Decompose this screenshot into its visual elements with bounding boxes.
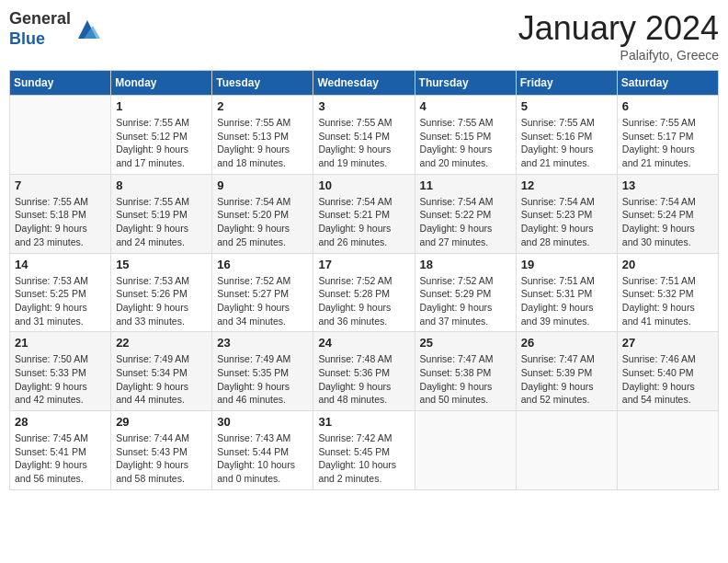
day-number: 21 [15, 336, 106, 350]
table-row: 31Sunrise: 7:42 AMSunset: 5:45 PMDayligh… [313, 411, 415, 490]
day-info: Sunrise: 7:52 AMSunset: 5:29 PMDaylight:… [420, 274, 511, 328]
table-row [516, 411, 617, 490]
header-wednesday: Wednesday [313, 71, 415, 96]
table-row: 1Sunrise: 7:55 AMSunset: 5:12 PMDaylight… [111, 96, 212, 175]
day-info: Sunrise: 7:49 AMSunset: 5:35 PMDaylight:… [217, 352, 308, 407]
day-info: Sunrise: 7:52 AMSunset: 5:27 PMDaylight:… [217, 274, 308, 328]
calendar-header: Sunday Monday Tuesday Wednesday Thursday… [10, 71, 719, 96]
logo-icon [74, 17, 100, 42]
header-tuesday: Tuesday [212, 71, 313, 96]
header-saturday: Saturday [617, 71, 718, 96]
table-row: 9Sunrise: 7:54 AMSunset: 5:20 PMDaylight… [212, 174, 313, 253]
table-row: 12Sunrise: 7:54 AMSunset: 5:23 PMDayligh… [516, 174, 617, 253]
day-number: 22 [116, 336, 207, 350]
table-row [10, 96, 111, 175]
day-number: 5 [521, 99, 612, 113]
day-number: 14 [15, 258, 106, 271]
day-number: 17 [318, 258, 409, 271]
table-row: 4Sunrise: 7:55 AMSunset: 5:15 PMDaylight… [415, 96, 516, 175]
day-number: 7 [15, 178, 106, 192]
day-info: Sunrise: 7:46 AMSunset: 5:40 PMDaylight:… [622, 352, 713, 407]
day-number: 27 [622, 336, 713, 350]
day-info: Sunrise: 7:55 AMSunset: 5:15 PMDaylight:… [420, 116, 511, 170]
day-number: 30 [217, 415, 308, 429]
day-number: 28 [15, 415, 106, 429]
table-row: 7Sunrise: 7:55 AMSunset: 5:18 PMDaylight… [10, 174, 111, 253]
day-info: Sunrise: 7:43 AMSunset: 5:44 PMDaylight:… [217, 431, 308, 486]
table-row: 8Sunrise: 7:55 AMSunset: 5:19 PMDaylight… [111, 174, 212, 253]
day-number: 18 [420, 258, 511, 271]
weekday-header-row: Sunday Monday Tuesday Wednesday Thursday… [10, 71, 719, 96]
logo: General Blue [9, 9, 100, 49]
table-row: 22Sunrise: 7:49 AMSunset: 5:34 PMDayligh… [111, 332, 212, 411]
day-number: 11 [420, 178, 511, 192]
day-info: Sunrise: 7:45 AMSunset: 5:41 PMDaylight:… [15, 431, 106, 486]
day-number: 10 [318, 178, 409, 192]
day-number: 31 [318, 415, 409, 429]
table-row: 2Sunrise: 7:55 AMSunset: 5:13 PMDaylight… [212, 96, 313, 175]
day-info: Sunrise: 7:54 AMSunset: 5:20 PMDaylight:… [217, 195, 308, 249]
calendar-table: Sunday Monday Tuesday Wednesday Thursday… [9, 70, 719, 490]
day-info: Sunrise: 7:53 AMSunset: 5:26 PMDaylight:… [116, 274, 207, 328]
day-number: 20 [622, 258, 713, 271]
day-info: Sunrise: 7:47 AMSunset: 5:39 PMDaylight:… [521, 352, 612, 407]
day-number: 8 [116, 178, 207, 192]
table-row: 17Sunrise: 7:52 AMSunset: 5:28 PMDayligh… [313, 253, 415, 332]
day-number: 9 [217, 178, 308, 192]
table-row: 25Sunrise: 7:47 AMSunset: 5:38 PMDayligh… [415, 332, 516, 411]
table-row: 29Sunrise: 7:44 AMSunset: 5:43 PMDayligh… [111, 411, 212, 490]
day-info: Sunrise: 7:44 AMSunset: 5:43 PMDaylight:… [116, 431, 207, 486]
day-number: 16 [217, 258, 308, 271]
table-row: 24Sunrise: 7:48 AMSunset: 5:36 PMDayligh… [313, 332, 415, 411]
day-number: 2 [217, 99, 308, 113]
day-info: Sunrise: 7:52 AMSunset: 5:28 PMDaylight:… [318, 274, 409, 328]
title-section: January 2024 Palaifyto, Greece [518, 9, 719, 63]
calendar-week-row: 7Sunrise: 7:55 AMSunset: 5:18 PMDaylight… [10, 174, 719, 253]
table-row: 15Sunrise: 7:53 AMSunset: 5:26 PMDayligh… [111, 253, 212, 332]
day-number: 1 [116, 99, 207, 113]
day-info: Sunrise: 7:55 AMSunset: 5:16 PMDaylight:… [521, 116, 612, 170]
table-row: 14Sunrise: 7:53 AMSunset: 5:25 PMDayligh… [10, 253, 111, 332]
day-number: 29 [116, 415, 207, 429]
day-info: Sunrise: 7:53 AMSunset: 5:25 PMDaylight:… [15, 274, 106, 328]
calendar-week-row: 14Sunrise: 7:53 AMSunset: 5:25 PMDayligh… [10, 253, 719, 332]
table-row [617, 411, 718, 490]
day-info: Sunrise: 7:51 AMSunset: 5:31 PMDaylight:… [521, 274, 612, 328]
day-number: 26 [521, 336, 612, 350]
day-info: Sunrise: 7:42 AMSunset: 5:45 PMDaylight:… [318, 431, 409, 486]
header-monday: Monday [111, 71, 212, 96]
table-row: 10Sunrise: 7:54 AMSunset: 5:21 PMDayligh… [313, 174, 415, 253]
day-number: 25 [420, 336, 511, 350]
day-info: Sunrise: 7:50 AMSunset: 5:33 PMDaylight:… [15, 352, 106, 407]
day-number: 19 [521, 258, 612, 271]
calendar-week-row: 1Sunrise: 7:55 AMSunset: 5:12 PMDaylight… [10, 96, 719, 175]
page-header: General Blue January 2024 Palaifyto, Gre… [9, 9, 719, 63]
day-number: 6 [622, 99, 713, 113]
day-info: Sunrise: 7:54 AMSunset: 5:21 PMDaylight:… [318, 195, 409, 249]
day-info: Sunrise: 7:55 AMSunset: 5:13 PMDaylight:… [217, 116, 308, 170]
day-info: Sunrise: 7:55 AMSunset: 5:14 PMDaylight:… [318, 116, 409, 170]
day-info: Sunrise: 7:55 AMSunset: 5:12 PMDaylight:… [116, 116, 207, 170]
table-row: 28Sunrise: 7:45 AMSunset: 5:41 PMDayligh… [10, 411, 111, 490]
table-row: 30Sunrise: 7:43 AMSunset: 5:44 PMDayligh… [212, 411, 313, 490]
day-info: Sunrise: 7:54 AMSunset: 5:23 PMDaylight:… [521, 195, 612, 249]
header-thursday: Thursday [415, 71, 516, 96]
calendar-week-row: 28Sunrise: 7:45 AMSunset: 5:41 PMDayligh… [10, 411, 719, 490]
day-number: 23 [217, 336, 308, 350]
day-number: 4 [420, 99, 511, 113]
day-info: Sunrise: 7:54 AMSunset: 5:22 PMDaylight:… [420, 195, 511, 249]
table-row: 5Sunrise: 7:55 AMSunset: 5:16 PMDaylight… [516, 96, 617, 175]
logo-blue-text: Blue [9, 29, 71, 50]
location-subtitle: Palaifyto, Greece [518, 48, 719, 63]
day-number: 3 [318, 99, 409, 113]
table-row: 27Sunrise: 7:46 AMSunset: 5:40 PMDayligh… [617, 332, 718, 411]
table-row: 11Sunrise: 7:54 AMSunset: 5:22 PMDayligh… [415, 174, 516, 253]
day-info: Sunrise: 7:55 AMSunset: 5:18 PMDaylight:… [15, 195, 106, 249]
day-info: Sunrise: 7:49 AMSunset: 5:34 PMDaylight:… [116, 352, 207, 407]
day-info: Sunrise: 7:54 AMSunset: 5:24 PMDaylight:… [622, 195, 713, 249]
table-row: 21Sunrise: 7:50 AMSunset: 5:33 PMDayligh… [10, 332, 111, 411]
calendar-body: 1Sunrise: 7:55 AMSunset: 5:12 PMDaylight… [10, 96, 719, 490]
table-row: 19Sunrise: 7:51 AMSunset: 5:31 PMDayligh… [516, 253, 617, 332]
table-row: 18Sunrise: 7:52 AMSunset: 5:29 PMDayligh… [415, 253, 516, 332]
table-row [415, 411, 516, 490]
